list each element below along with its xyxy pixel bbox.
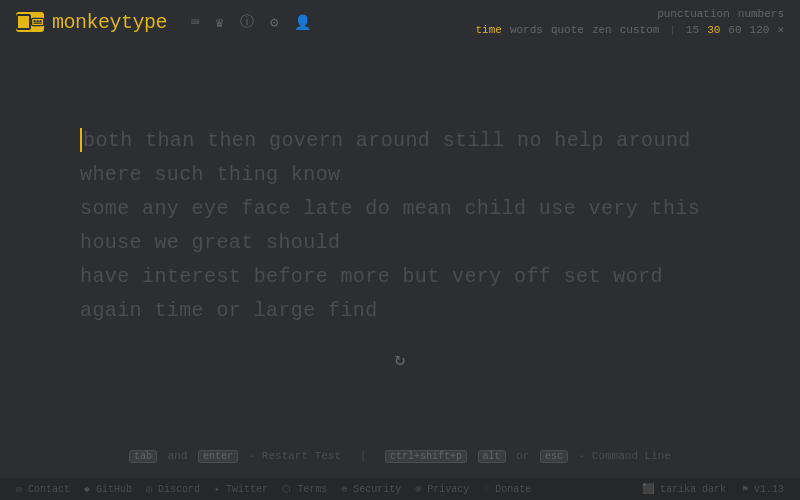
- typing-area[interactable]: both than then govern around still no he…: [80, 124, 720, 328]
- words-option[interactable]: words: [510, 22, 543, 39]
- shortcut-hints: tab and enter · Restart Test | ctrl+shif…: [0, 450, 800, 462]
- security-link[interactable]: ⊕ Security: [341, 483, 401, 495]
- text-cursor: [80, 128, 82, 152]
- time-option[interactable]: time: [475, 22, 501, 39]
- header: monkeytype ⌨ ♛ ⓘ ⚙ 👤 punctuation numbers…: [0, 0, 800, 44]
- theme-selector[interactable]: ⬛ tarika dark: [642, 483, 726, 495]
- footer-right: ⬛ tarika dark ⚑ v1.13: [642, 483, 784, 495]
- svg-rect-4: [33, 23, 41, 24]
- ctrl-key: ctrl+shift+p: [385, 450, 467, 463]
- typing-line-2: some any eye face late do mean child use…: [80, 192, 720, 260]
- keyboard-icon[interactable]: ⌨: [191, 14, 199, 31]
- discord-link[interactable]: ◎ Discord: [146, 483, 200, 495]
- settings-icon[interactable]: ⚙: [270, 14, 278, 31]
- right-options: punctuation numbers time words quote zen…: [475, 6, 784, 39]
- terms-link[interactable]: ⬡ Terms: [282, 483, 327, 495]
- github-link[interactable]: ◆ GitHub: [84, 483, 132, 495]
- time-30[interactable]: 30: [707, 22, 720, 39]
- custom-option[interactable]: custom: [620, 22, 660, 39]
- twitter-link[interactable]: ✦ Twitter: [214, 483, 268, 495]
- typing-line-3: have interest before more but very off s…: [80, 260, 720, 328]
- refresh-icon: ↻: [395, 348, 406, 370]
- time-60[interactable]: 60: [728, 22, 741, 39]
- typing-line-1: both than then govern around still no he…: [80, 124, 720, 192]
- quote-option[interactable]: quote: [551, 22, 584, 39]
- nav-icons: ⌨ ♛ ⓘ ⚙ 👤: [191, 13, 311, 31]
- numbers-option[interactable]: numbers: [738, 6, 784, 23]
- custom-time-icon[interactable]: ✕: [777, 22, 784, 39]
- options-row1: punctuation numbers: [657, 6, 784, 23]
- and-text: and: [168, 450, 188, 462]
- time-120[interactable]: 120: [750, 22, 770, 39]
- logo-name[interactable]: monkeytype: [52, 11, 167, 34]
- typing-text-line1: both than then govern around still no he…: [80, 129, 691, 186]
- time-15[interactable]: 15: [686, 22, 699, 39]
- separator: |: [360, 450, 367, 462]
- donate-link[interactable]: ♡ Donate: [483, 483, 531, 495]
- info-icon[interactable]: ⓘ: [240, 13, 254, 31]
- commandline-hint: · Command Line: [579, 450, 671, 462]
- tab-key: tab: [129, 450, 157, 463]
- svg-rect-1: [33, 20, 35, 22]
- enter-key: enter: [198, 450, 238, 463]
- typing-text-line2: some any eye face late do mean child use…: [80, 197, 700, 254]
- version-label: ⚑ v1.13: [742, 483, 784, 495]
- svg-rect-3: [39, 20, 41, 22]
- alt-key: alt: [478, 450, 506, 463]
- zen-option[interactable]: zen: [592, 22, 612, 39]
- esc-key: esc: [540, 450, 568, 463]
- contact-link[interactable]: ✉ Contact: [16, 483, 70, 495]
- loading-spinner: ↻: [395, 348, 406, 370]
- typing-text-line3: have interest before more but very off s…: [80, 265, 663, 322]
- user-icon[interactable]: 👤: [294, 14, 311, 31]
- or-text: or: [516, 450, 529, 462]
- punctuation-option[interactable]: punctuation: [657, 6, 730, 23]
- main-content: both than then govern around still no he…: [0, 124, 800, 370]
- logo-area: monkeytype ⌨ ♛ ⓘ ⚙ 👤: [16, 11, 311, 34]
- options-row2: time words quote zen custom | 15 30 60 1…: [475, 22, 784, 39]
- privacy-link[interactable]: ⊗ Privacy: [415, 483, 469, 495]
- logo-icon[interactable]: [16, 12, 44, 32]
- footer: ✉ Contact ◆ GitHub ◎ Discord ✦ Twitter ⬡…: [0, 478, 800, 500]
- footer-left: ✉ Contact ◆ GitHub ◎ Discord ✦ Twitter ⬡…: [16, 483, 531, 495]
- svg-rect-2: [36, 20, 38, 22]
- restart-hint: · Restart Test: [249, 450, 341, 462]
- trophy-icon[interactable]: ♛: [215, 14, 223, 31]
